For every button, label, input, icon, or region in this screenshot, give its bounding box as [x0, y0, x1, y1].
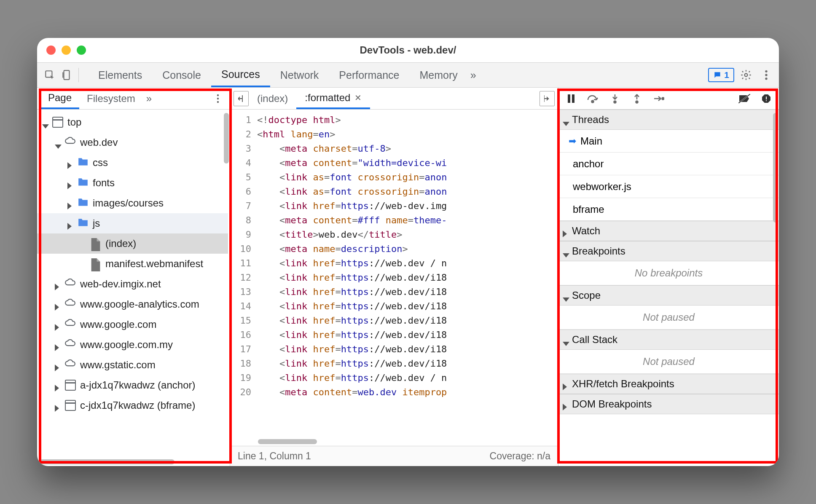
devtools-window: DevTools - web.dev/ ElementsConsoleSourc…	[37, 38, 779, 466]
disclosure-icon[interactable]	[563, 228, 569, 234]
status-coverage: Coverage: n/a	[490, 450, 550, 462]
close-button[interactable]	[46, 46, 56, 55]
section-call-stack[interactable]: Call Stack	[558, 330, 779, 350]
thread-label: Main	[580, 135, 602, 147]
thread-label: webworker.js	[573, 181, 631, 193]
file-tree[interactable]: topweb.devcssfontsimages/coursesjs(index…	[37, 110, 230, 466]
scrollbar[interactable]	[258, 439, 317, 444]
tab-console[interactable]: Console	[152, 63, 211, 87]
disclosure-icon[interactable]	[563, 248, 569, 254]
tab-elements[interactable]: Elements	[88, 63, 152, 87]
kebab-menu-icon[interactable]	[758, 67, 775, 83]
disclosure-icon[interactable]	[55, 322, 61, 327]
section-watch[interactable]: Watch	[558, 221, 779, 241]
content-area: Page Filesystem » topweb.devcssfontsimag…	[37, 88, 779, 466]
tree-item[interactable]: images/courses	[37, 193, 228, 213]
section-threads[interactable]: Threads	[558, 110, 779, 130]
scrollbar[interactable]	[773, 113, 778, 223]
disclosure-icon[interactable]	[67, 180, 73, 186]
section-breakpoints[interactable]: Breakpoints	[558, 241, 779, 261]
step-over-icon[interactable]	[585, 91, 601, 106]
disclosure-icon[interactable]	[563, 381, 569, 387]
device-icon[interactable]	[58, 67, 75, 83]
tab-sources[interactable]: Sources	[211, 63, 270, 87]
tab-page[interactable]: Page	[40, 88, 79, 109]
step-out-icon[interactable]	[629, 91, 644, 106]
tree-item[interactable]: manifest.webmanifest	[37, 254, 228, 274]
tree-item[interactable]: c-jdx1q7kwadwz (bframe)	[37, 395, 228, 416]
tab-network[interactable]: Network	[270, 63, 329, 87]
status-cursor: Line 1, Column 1	[238, 450, 311, 462]
disclosure-icon[interactable]	[55, 382, 61, 388]
nav-kebab-icon[interactable]	[209, 90, 226, 107]
tree-item[interactable]: web.dev	[37, 132, 228, 153]
next-file-icon[interactable]	[540, 91, 555, 106]
disclosure-icon[interactable]	[67, 220, 73, 226]
section-placeholder: Not paused	[558, 306, 779, 330]
settings-icon[interactable]	[738, 67, 754, 83]
disclosure-icon[interactable]	[55, 139, 61, 145]
scrollbar[interactable]	[224, 113, 229, 164]
tree-item[interactable]: www.google.com	[37, 314, 228, 335]
disclosure-icon[interactable]	[563, 337, 569, 343]
section-scope[interactable]: Scope	[558, 285, 779, 306]
editor-panel: (index):formatted✕ 123456789101112131415…	[230, 88, 558, 466]
tree-item[interactable]: web-dev.imgix.net	[37, 274, 228, 294]
svg-point-3	[745, 74, 748, 77]
more-tabs-icon[interactable]: »	[468, 69, 479, 81]
thread-item[interactable]: bframe	[558, 198, 779, 221]
tab-memory[interactable]: Memory	[409, 63, 467, 87]
disclosure-icon[interactable]	[42, 119, 48, 125]
tree-item[interactable]: css	[37, 153, 228, 173]
pause-icon[interactable]	[564, 91, 579, 106]
tree-item[interactable]: www.google-analytics.com	[37, 294, 228, 314]
inspect-icon[interactable]	[41, 67, 58, 83]
section-xhr-fetch-breakpoints[interactable]: XHR/fetch Breakpoints	[558, 374, 779, 394]
step-into-icon[interactable]	[607, 91, 623, 106]
section-dom-breakpoints[interactable]: DOM Breakpoints	[558, 394, 779, 414]
disclosure-icon[interactable]	[67, 200, 73, 206]
tree-item[interactable]: fonts	[37, 173, 228, 193]
tree-item[interactable]: www.gstatic.com	[37, 355, 228, 375]
disclosure-icon[interactable]	[80, 241, 86, 247]
svg-point-14	[636, 101, 638, 103]
disclosure-icon[interactable]	[80, 261, 86, 267]
editor-tab[interactable]: :formatted✕	[296, 88, 370, 109]
tree-item[interactable]: www.google.com.my	[37, 335, 228, 355]
disclosure-icon[interactable]	[563, 292, 569, 298]
pause-on-exceptions-icon[interactable]	[759, 91, 774, 106]
scrollbar[interactable]	[40, 459, 174, 464]
tab-filesystem[interactable]: Filesystem	[79, 88, 143, 109]
editor-tab-label: :formatted	[305, 92, 350, 104]
deactivate-breakpoints-icon[interactable]	[737, 91, 752, 106]
disclosure-icon[interactable]	[563, 117, 569, 123]
editor-body[interactable]: 1234567891011121314151617181920 <!doctyp…	[230, 110, 558, 446]
tab-performance[interactable]: Performance	[329, 63, 409, 87]
prev-file-icon[interactable]	[234, 91, 249, 106]
thread-item[interactable]: ➡Main	[558, 130, 779, 153]
close-icon[interactable]: ✕	[354, 93, 362, 103]
tree-item[interactable]: js	[37, 213, 228, 233]
more-nav-tabs-icon[interactable]: »	[143, 88, 155, 109]
step-icon[interactable]	[651, 91, 666, 106]
svg-rect-11	[572, 94, 574, 103]
svg-point-8	[217, 97, 219, 99]
tree-item[interactable]: a-jdx1q7kwadwz (anchor)	[37, 375, 228, 395]
svg-rect-1	[64, 70, 70, 80]
thread-item[interactable]: webworker.js	[558, 175, 779, 198]
disclosure-icon[interactable]	[55, 362, 61, 368]
tree-item[interactable]: (index)	[37, 233, 228, 254]
disclosure-icon[interactable]	[563, 401, 569, 407]
thread-item[interactable]: anchor	[558, 153, 779, 175]
editor-tab[interactable]: (index)	[249, 88, 296, 109]
disclosure-icon[interactable]	[55, 402, 61, 408]
disclosure-icon[interactable]	[55, 281, 61, 287]
disclosure-icon[interactable]	[55, 342, 61, 348]
tree-item[interactable]: top	[37, 112, 228, 132]
maximize-button[interactable]	[77, 46, 86, 55]
minimize-button[interactable]	[62, 46, 71, 55]
messages-badge[interactable]: 1	[708, 68, 734, 82]
disclosure-icon[interactable]	[67, 160, 73, 166]
disclosure-icon[interactable]	[55, 301, 61, 307]
code-area[interactable]: <!doctype html><html lang=en> <meta char…	[255, 110, 558, 446]
